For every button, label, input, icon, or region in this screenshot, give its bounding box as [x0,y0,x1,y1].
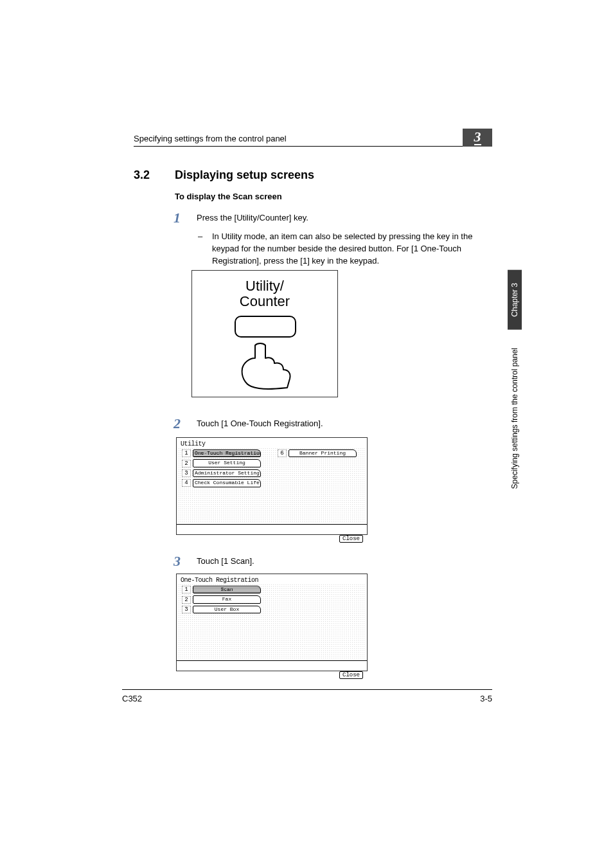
section-title: Displaying setup screens [175,168,314,182]
step-3-number: 3 [173,553,181,570]
panel3-item2-num: 2 [182,596,191,604]
panel2-item6-num: 6 [278,449,287,457]
side-tab: Chapter 3 Specifying settings from the c… [506,270,523,514]
step-3: 3 Touch [1 Scan]. [175,556,478,568]
panel2-item4-num: 4 [182,479,191,487]
utility-key-label-bottom: Counter [240,293,290,309]
panel-title-utility: Utility [177,438,367,448]
panel2-btn-banner-printing[interactable]: Banner Printing [289,449,357,457]
section-number: 3.2 [134,168,175,182]
panel3-btn-user-box[interactable]: User Box [193,606,261,613]
step-1-text: Press the [Utility/Counter] key. [197,212,478,224]
panel-title-one-touch: One-Touch Registration [177,574,367,584]
panel2-item1-num: 1 [182,449,191,457]
pointing-hand-icon [229,339,300,390]
header-title: Specifying settings from the control pan… [134,134,287,143]
step-1-note: – In Utility mode, an item can also be s… [212,231,478,267]
panel3-item1-num: 1 [182,586,191,593]
page-header: Specifying settings from the control pan… [134,134,492,147]
screenshot-one-touch-panel: One-Touch Registration 1 Scan 2 Fax 3 Us… [176,574,368,671]
utility-key-label-top: Utility/ [245,278,284,294]
section-heading: 3.2 Displaying setup screens [134,168,314,182]
panel2-item2-num: 2 [182,460,191,467]
physical-key-icon [235,316,296,338]
panel2-item3-num: 3 [182,469,191,477]
panel2-btn-one-touch-registration[interactable]: One-Touch Registration [193,449,261,457]
panel3-btn-fax[interactable]: Fax [193,595,261,603]
panel2-btn-administrator-setting[interactable]: Administrator Setting [193,469,261,477]
chapter-number: 3 [474,130,481,145]
side-tab-chapter: Chapter 3 [508,270,522,330]
step-2-number: 2 [173,415,181,432]
panel3-item3-num: 3 [182,606,191,613]
footer-right: 3-5 [480,694,492,703]
step-3-text: Touch [1 Scan]. [197,556,478,568]
side-tab-text: Specifying settings from the control pan… [510,334,519,503]
panel2-btn-user-setting[interactable]: User Setting [193,459,261,467]
step-1-number: 1 [173,210,181,226]
illustration-utility-key: Utility/ Counter [191,270,338,397]
panel2-btn-check-consumable-life[interactable]: Check Consumable Life [193,479,261,487]
utility-key-label: Utility/ Counter [192,278,337,309]
screenshot-utility-panel: Utility 1 One-Touch Registration 6 Banne… [176,437,368,535]
step-1-note-dash: – [198,231,202,243]
step-1: 1 Press the [Utility/Counter] key. – In … [175,212,478,267]
sub-heading: To display the Scan screen [175,192,282,201]
step-2-text: Touch [1 One-Touch Registration]. [197,418,478,430]
step-1-note-text: In Utility mode, an item can also be sel… [212,231,472,266]
panel2-close-button[interactable]: Close [339,535,363,543]
footer-left: C352 [122,694,142,703]
step-2: 2 Touch [1 One-Touch Registration]. [175,418,478,430]
page-footer: C352 3-5 [122,689,492,703]
panel3-close-button[interactable]: Close [339,671,363,679]
panel3-btn-scan[interactable]: Scan [193,586,261,593]
chapter-number-badge: 3 [463,129,492,147]
